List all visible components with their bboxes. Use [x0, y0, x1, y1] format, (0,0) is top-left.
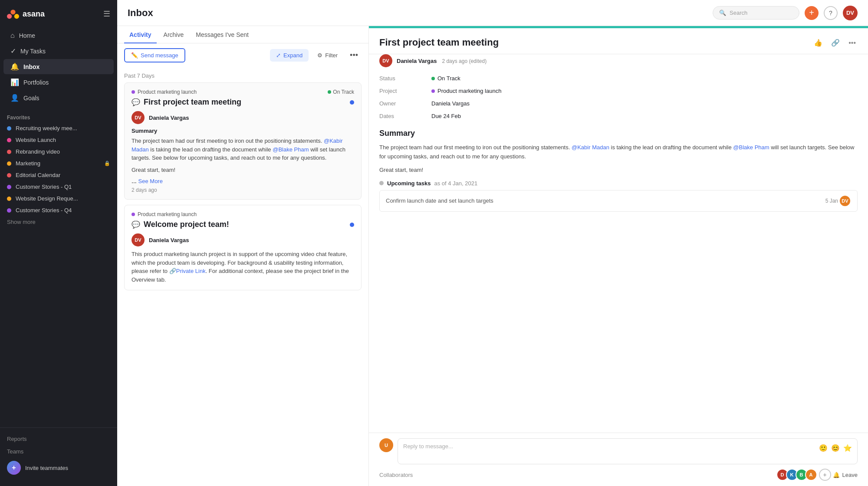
portfolios-icon: 📊	[10, 78, 19, 86]
page-title: Inbox	[128, 7, 153, 19]
collaborators-avatars: D K B A +	[776, 469, 831, 481]
reply-icons: 🙂 😊 ⭐	[819, 444, 852, 452]
detail-bottom: U Reply to message... 🙂 😊 ⭐ Collaborator…	[369, 433, 868, 486]
favorite-editorial[interactable]: Editorial Calendar	[0, 169, 117, 181]
title-text: First project team meeting	[144, 98, 241, 107]
task-assignee-avatar: DV	[839, 195, 851, 207]
user-avatar[interactable]: DV	[843, 6, 858, 20]
nav-item-inbox[interactable]: 🔔 Inbox	[3, 59, 114, 74]
emoji-3-icon[interactable]: ⭐	[843, 444, 852, 452]
nav-item-goals[interactable]: 👤 Goals	[3, 90, 114, 105]
card-title-row-2: 💬 Welcome project team!	[132, 220, 354, 229]
favorite-customer-q1[interactable]: Customer Stories - Q1	[0, 181, 117, 193]
nav-item-home[interactable]: ⌂ Home	[3, 28, 114, 43]
see-more-link[interactable]: See More	[138, 178, 163, 184]
project-tag: Product marketing launch	[132, 89, 197, 95]
detail-actions: 👍 🔗 •••	[812, 37, 858, 49]
great-start: Great start, team!	[132, 166, 354, 174]
as-of-label: as of 4 Jan, 2021	[434, 180, 477, 187]
expand-button[interactable]: ⤢ Expand	[270, 49, 309, 62]
nav-label-inbox: Inbox	[23, 63, 39, 70]
status-text: On Track	[333, 89, 354, 95]
upcoming-dot	[379, 181, 384, 185]
emoji-icon[interactable]: 🙂	[819, 444, 828, 452]
unread-dot	[350, 100, 354, 105]
great-start-detail: Great start, team!	[379, 167, 858, 173]
detail-mention-blake: @Blake Pham	[733, 144, 769, 151]
sidebar-bottom: Reports Teams + Invite teammates	[0, 427, 117, 486]
create-button[interactable]: +	[805, 6, 819, 20]
tasks-icon: ✓	[10, 47, 16, 55]
send-message-button[interactable]: ✏️ Send message	[124, 48, 185, 62]
help-button[interactable]: ?	[824, 6, 838, 20]
invite-teammates[interactable]: + Invite teammates	[0, 456, 117, 479]
owner-field: Daniela Vargas	[431, 99, 858, 108]
detail-author-info: Daniela Vargas 2 days ago (edited)	[397, 57, 487, 64]
private-link[interactable]: 🔗Private Link	[169, 268, 206, 274]
inbox-panel: Activity Archive Messages I've Sent ✏️ S…	[117, 26, 369, 486]
favorite-website-launch[interactable]: Website Launch	[0, 134, 117, 146]
show-more[interactable]: Show more	[0, 216, 117, 228]
like-button[interactable]: 👍	[812, 37, 824, 49]
emoji-2-icon[interactable]: 😊	[831, 444, 840, 452]
leave-button[interactable]: 🔔 Leave	[833, 472, 858, 478]
more-options-button[interactable]: •••	[847, 37, 858, 49]
tab-messages-sent[interactable]: Messages I've Sent	[191, 26, 254, 43]
see-more-row: ... See More	[132, 177, 354, 184]
menu-icon[interactable]: ☰	[103, 9, 110, 19]
add-collaborator-button[interactable]: +	[819, 469, 831, 481]
invite-label: Invite teammates	[25, 465, 68, 471]
nav-item-my-tasks[interactable]: ✓ My Tasks	[3, 43, 114, 59]
favorite-label: Marketing	[16, 160, 40, 167]
color-dot	[7, 173, 11, 177]
favorites-label: Favorites	[0, 109, 117, 122]
more-button[interactable]: •••	[346, 48, 362, 63]
project-dot-2	[132, 213, 135, 216]
filter-button[interactable]: ⚙ Filter	[312, 49, 343, 62]
tab-archive[interactable]: Archive	[158, 26, 189, 43]
sidebar: asana ☰ ⌂ Home ✓ My Tasks 🔔 Inbox 📊 Port…	[0, 0, 117, 486]
project-field: Product marketing launch	[431, 87, 858, 95]
logo-text: asana	[23, 10, 45, 19]
project-value: Product marketing launch	[437, 88, 501, 94]
nav-label-goals: Goals	[23, 95, 39, 102]
inbox-card-2[interactable]: Product marketing launch 💬 Welcome proje…	[124, 205, 362, 290]
svg-point-2	[14, 14, 19, 19]
favorite-label: Customer Stories - Q1	[16, 184, 72, 190]
collaborators-row: Collaborators D K B A + 🔔 Leave	[379, 464, 858, 481]
comment-icon: 💬	[132, 98, 140, 106]
search-bar[interactable]: 🔍 Search	[713, 6, 799, 20]
author-name-2: Daniela Vargas	[149, 237, 189, 243]
link-button[interactable]: 🔗	[829, 37, 842, 49]
expand-icon: ⤢	[276, 52, 281, 59]
inbox-icon: 🔔	[10, 62, 19, 71]
tab-activity[interactable]: Activity	[124, 26, 157, 43]
favorite-rebranding[interactable]: Rebranding video	[0, 146, 117, 158]
topbar: Inbox 🔍 Search + ? DV	[117, 0, 868, 26]
status-field: On Track	[431, 74, 858, 82]
favorite-recruiting[interactable]: Recruiting weekly mee...	[0, 122, 117, 134]
detail-author-time: 2 days ago (edited)	[442, 58, 487, 64]
bell-icon: 🔔	[833, 472, 840, 478]
favorite-website-design[interactable]: Website Design Reque...	[0, 193, 117, 204]
send-message-label: Send message	[141, 52, 178, 59]
asana-logo: asana	[7, 8, 45, 20]
content-area: Activity Archive Messages I've Sent ✏️ S…	[117, 26, 868, 486]
favorite-marketing[interactable]: Marketing 🔒	[0, 158, 117, 169]
detail-summary-text: The project team had our first meeting t…	[379, 143, 858, 161]
collab-avatar-4: A	[805, 469, 817, 481]
favorite-label: Recruiting weekly mee...	[16, 125, 77, 131]
status-label: Status	[379, 74, 431, 82]
reply-input-wrapper[interactable]: Reply to message... 🙂 😊 ⭐	[398, 438, 858, 464]
period-label: Past 7 Days	[124, 67, 362, 82]
inbox-card-1[interactable]: Product marketing launch On Track 💬 Firs…	[124, 82, 362, 200]
summary-heading: Summary	[379, 129, 858, 138]
dates-field: Due 24 Feb	[431, 112, 858, 120]
asana-logo-icon	[7, 8, 19, 20]
title-text-2: Welcome project team!	[144, 220, 229, 229]
card-meta: Product marketing launch On Track	[132, 89, 354, 95]
nav-item-portfolios[interactable]: 📊 Portfolios	[3, 75, 114, 90]
favorite-customer-q4[interactable]: Customer Stories - Q4	[0, 204, 117, 216]
upcoming-label: Upcoming tasks	[387, 180, 431, 187]
reply-author-avatar: U	[379, 438, 393, 452]
